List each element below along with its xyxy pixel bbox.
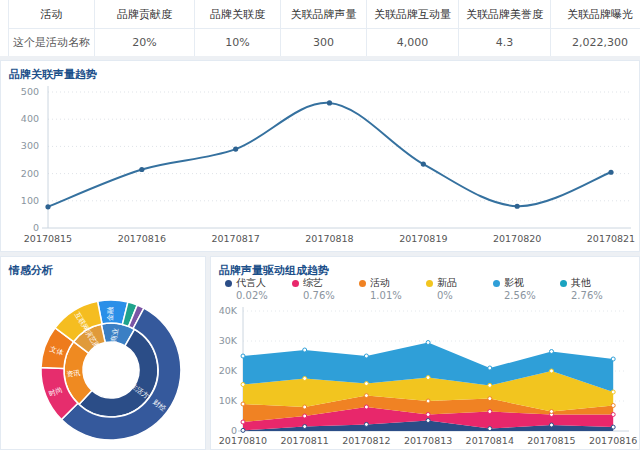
legend-item-新品[interactable]: 新品0% — [426, 276, 493, 301]
line-series-path — [48, 103, 611, 207]
x-axis-label: 20170816 — [118, 233, 166, 244]
sentiment-sunburst-chart: 商业生活方式资讯演艺圈金融财经时尚文体互联网 — [1, 278, 205, 450]
y-axis-label: 10K — [219, 395, 238, 406]
area-data-point[interactable] — [241, 383, 245, 387]
x-axis-label: 20170810 — [219, 435, 267, 446]
legend-label: 影视 — [504, 276, 524, 290]
area-data-point[interactable] — [303, 348, 307, 352]
area-data-point[interactable] — [550, 423, 554, 427]
sunburst-label-资讯: 资讯 — [66, 369, 81, 378]
legend-item-其他[interactable]: 其他2.76% — [560, 276, 627, 301]
legend-item-影视[interactable]: 影视2.56% — [493, 276, 560, 301]
area-data-point[interactable] — [426, 341, 430, 345]
table-value-cell: 10% — [195, 29, 281, 56]
x-axis-label: 20170814 — [466, 435, 514, 446]
y-axis-label: 300 — [21, 140, 39, 151]
legend-item-活动[interactable]: 活动1.01% — [359, 276, 426, 301]
line-data-point-20170817[interactable] — [233, 147, 238, 152]
line-chart: 0100200300400500201708152017081620170817… — [1, 82, 639, 252]
area-data-point[interactable] — [488, 397, 492, 401]
area-chart-panel: 品牌声量驱动组成趋势 代言人0.02%综艺0.76%活动1.01%新品0%影视2… — [210, 256, 640, 450]
y-axis-label: 200 — [21, 168, 39, 179]
x-axis-label: 20170815 — [24, 233, 72, 244]
area-data-point[interactable] — [611, 413, 615, 417]
area-data-point[interactable] — [364, 354, 368, 358]
table-header-cell: 关联品牌声量 — [281, 0, 367, 29]
stacked-area-chart: 010K20K30K40K201708102017081120170812201… — [211, 299, 639, 449]
area-data-point[interactable] — [241, 420, 245, 424]
legend-dot — [225, 280, 232, 287]
legend-item-综艺[interactable]: 综艺0.76% — [292, 276, 359, 301]
area-data-point[interactable] — [488, 366, 492, 370]
legend-label: 综艺 — [303, 276, 323, 290]
x-axis-label: 20170820 — [493, 233, 541, 244]
table-header-cell: 关联品牌曝光 — [551, 0, 640, 29]
x-axis-label: 20170818 — [305, 233, 353, 244]
area-data-point[interactable] — [303, 377, 307, 381]
table-header-cell: 品牌关联度 — [195, 0, 281, 29]
x-axis-label: 20170819 — [399, 233, 447, 244]
area-data-point[interactable] — [303, 405, 307, 409]
legend-label: 代言人 — [236, 276, 266, 290]
area-data-point[interactable] — [426, 413, 430, 417]
area-data-point[interactable] — [364, 382, 368, 386]
line-data-point-20170818[interactable] — [327, 100, 332, 105]
area-data-point[interactable] — [611, 357, 615, 361]
area-data-point[interactable] — [303, 425, 307, 429]
area-data-point[interactable] — [241, 402, 245, 406]
y-axis-label: 20K — [219, 365, 238, 376]
line-data-point-20170820[interactable] — [515, 204, 520, 209]
area-data-point[interactable] — [488, 410, 492, 414]
sentiment-title: 情感分析 — [1, 257, 205, 278]
y-axis-label: 30K — [219, 335, 238, 346]
line-data-point-20170821[interactable] — [608, 170, 613, 175]
legend-dot — [426, 280, 433, 287]
area-data-point[interactable] — [426, 419, 430, 423]
area-data-point[interactable] — [611, 390, 615, 394]
area-data-point[interactable] — [550, 410, 554, 414]
area-data-point[interactable] — [426, 399, 430, 403]
legend-item-代言人[interactable]: 代言人0.02% — [225, 276, 292, 301]
line-data-point-20170815[interactable] — [45, 204, 50, 209]
area-data-point[interactable] — [241, 354, 245, 358]
y-axis-label: 40K — [219, 305, 238, 316]
sentiment-panel: 情感分析 商业生活方式资讯演艺圈金融财经时尚文体互联网 — [0, 256, 206, 450]
area-chart-legend: 代言人0.02%综艺0.76%活动1.01%新品0%影视2.56%其他2.76% — [225, 276, 627, 301]
area-data-point[interactable] — [488, 427, 492, 431]
legend-label: 新品 — [437, 276, 457, 290]
x-axis-label: 20170813 — [404, 435, 452, 446]
area-data-point[interactable] — [303, 414, 307, 418]
line-chart-title: 品牌关联声量趋势 — [1, 61, 639, 82]
area-data-point[interactable] — [364, 422, 368, 426]
area-data-point[interactable] — [364, 394, 368, 398]
x-axis-label: 20170816 — [589, 435, 637, 446]
y-axis-label: 0 — [33, 222, 39, 233]
area-data-point[interactable] — [364, 405, 368, 409]
area-chart-title: 品牌声量驱动组成趋势 — [211, 257, 639, 278]
kpi-table: 活动品牌贡献度品牌关联度关联品牌声量关联品牌互动量关联品牌美誉度关联品牌曝光这个… — [8, 0, 640, 56]
area-data-point[interactable] — [550, 369, 554, 373]
line-chart-panel: 品牌关联声量趋势 0100200300400500201708152017081… — [0, 60, 640, 252]
area-data-point[interactable] — [426, 376, 430, 380]
area-data-point[interactable] — [488, 383, 492, 387]
table-header-cell: 品牌贡献度 — [95, 0, 195, 29]
table-value-cell: 20% — [95, 29, 195, 56]
x-axis-label: 20170811 — [281, 435, 329, 446]
line-data-point-20170819[interactable] — [421, 161, 426, 166]
table-value-cell: 4.3 — [459, 29, 551, 56]
table-header-cell: 关联品牌美誉度 — [459, 0, 551, 29]
table-header-cell: 活动 — [9, 0, 95, 29]
line-data-point-20170816[interactable] — [139, 167, 144, 172]
legend-dot — [493, 280, 500, 287]
legend-dot — [359, 280, 366, 287]
table-value-cell: 2,022,300 — [551, 29, 640, 56]
x-axis-label: 20170817 — [211, 233, 259, 244]
area-data-point[interactable] — [611, 425, 615, 429]
legend-dot — [292, 280, 299, 287]
legend-label: 其他 — [571, 276, 591, 290]
x-axis-label: 20170821 — [587, 233, 635, 244]
area-data-point[interactable] — [550, 350, 554, 354]
area-data-point[interactable] — [241, 428, 245, 432]
y-axis-label: 100 — [21, 195, 39, 206]
area-data-point[interactable] — [611, 404, 615, 408]
